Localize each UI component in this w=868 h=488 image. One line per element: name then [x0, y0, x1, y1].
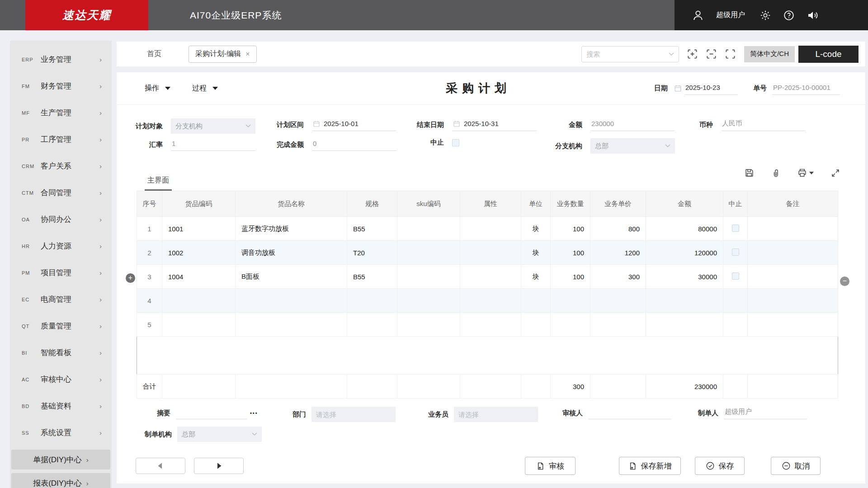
- creator-input[interactable]: [724, 407, 807, 419]
- cell-unit[interactable]: [521, 289, 551, 313]
- cell-amount[interactable]: [646, 313, 723, 337]
- cell-sku[interactable]: [397, 265, 460, 289]
- salesman-input[interactable]: [458, 411, 533, 418]
- plan-target-select[interactable]: 分支机构: [171, 118, 255, 134]
- cell-unit[interactable]: 块: [521, 217, 551, 241]
- cell-price[interactable]: [590, 313, 646, 337]
- sound-icon[interactable]: [807, 9, 819, 22]
- cell-attr[interactable]: [460, 289, 521, 313]
- brand-logo[interactable]: 速达天耀: [25, 0, 148, 30]
- cell-qty[interactable]: [551, 289, 590, 313]
- cell-attr[interactable]: [460, 217, 521, 241]
- cell-remark[interactable]: [748, 313, 838, 337]
- summary-input[interactable]: [176, 407, 247, 419]
- sidebar-item-contract[interactable]: CTM合同管理›: [10, 179, 112, 206]
- lcode-button[interactable]: L-code: [798, 46, 859, 63]
- cell-item-name[interactable]: 调音功放板: [236, 241, 347, 265]
- cell-item-code[interactable]: 1002: [162, 241, 236, 265]
- cell-price[interactable]: [590, 289, 646, 313]
- prev-page-button[interactable]: [136, 458, 185, 474]
- username[interactable]: 超级用户: [716, 10, 745, 20]
- plan-end-input[interactable]: 2025-10-31: [452, 118, 537, 131]
- print-icon[interactable]: [797, 168, 814, 178]
- sidebar-item-manufacture[interactable]: MF生产管理›: [10, 99, 112, 126]
- cell-sku[interactable]: [397, 217, 460, 241]
- cell-item-code[interactable]: [162, 313, 236, 337]
- sidebar-item-crm[interactable]: CRM客户关系›: [10, 153, 112, 179]
- cell-item-code[interactable]: 1001: [162, 217, 236, 241]
- save-button[interactable]: 保存: [695, 457, 745, 475]
- attachment-icon[interactable]: [771, 168, 780, 178]
- cell-remark[interactable]: [748, 241, 838, 265]
- salesman-select[interactable]: [454, 407, 538, 422]
- expand-icon[interactable]: [831, 169, 840, 178]
- cell-spec[interactable]: B55: [347, 265, 397, 289]
- process-menu[interactable]: 过程: [192, 84, 218, 93]
- cell-spec[interactable]: [347, 289, 397, 313]
- cell-sku[interactable]: [397, 241, 460, 265]
- summary-more-button[interactable]: •••: [250, 410, 258, 416]
- action-menu[interactable]: 操作: [145, 84, 170, 93]
- cell-price[interactable]: 800: [590, 217, 646, 241]
- cell-sku[interactable]: [397, 289, 460, 313]
- doc-no-input[interactable]: [772, 82, 840, 95]
- sidebar-diy-reports[interactable]: 报表(DIY)中心›: [11, 473, 110, 488]
- tab-main-grid[interactable]: 主界面: [145, 176, 172, 191]
- search-box[interactable]: [581, 46, 679, 62]
- language-button[interactable]: 简体中文/CH: [744, 46, 795, 62]
- date-input[interactable]: [684, 82, 738, 95]
- sidebar-item-finance[interactable]: FM财务管理›: [10, 73, 112, 99]
- sidebar-item-business[interactable]: ERP业务管理›: [10, 46, 112, 73]
- settings-gear-icon[interactable]: [760, 9, 771, 21]
- cell-qty[interactable]: 100: [551, 241, 590, 265]
- zoom-in-bracket-icon[interactable]: [687, 48, 698, 60]
- auditor-input[interactable]: [588, 407, 671, 419]
- amount-input[interactable]: [590, 118, 675, 131]
- cell-unit[interactable]: [521, 313, 551, 337]
- branch-select[interactable]: 总部: [590, 138, 675, 154]
- save-new-button[interactable]: 保存新增: [619, 457, 681, 475]
- cell-item-name[interactable]: 蓝牙数字功放板: [236, 217, 347, 241]
- cell-amount[interactable]: 80000: [646, 217, 723, 241]
- currency-input[interactable]: [721, 118, 806, 131]
- cell-spec[interactable]: [347, 313, 397, 337]
- cancel-button[interactable]: 取消: [771, 457, 821, 475]
- cell-unit[interactable]: 块: [521, 265, 551, 289]
- cell-unit[interactable]: 块: [521, 241, 551, 265]
- row-abort-checkbox[interactable]: [732, 225, 739, 232]
- plan-start-input[interactable]: 2025-10-01: [312, 118, 396, 131]
- cell-remark[interactable]: [748, 289, 838, 313]
- add-row-button[interactable]: +: [126, 273, 135, 283]
- sidebar-item-oa[interactable]: OA协同办公›: [10, 206, 112, 233]
- cell-qty[interactable]: 100: [551, 265, 590, 289]
- next-page-button[interactable]: [194, 458, 244, 474]
- rate-input[interactable]: [171, 138, 255, 151]
- cell-qty[interactable]: [551, 313, 590, 337]
- dept-select[interactable]: [311, 407, 396, 422]
- sidebar-item-base-data[interactable]: BD基础资料›: [10, 393, 112, 419]
- audit-button[interactable]: 审核: [525, 457, 576, 475]
- cell-item-code[interactable]: [162, 289, 236, 313]
- done-amount-input[interactable]: [312, 138, 396, 151]
- save-layout-icon[interactable]: [745, 168, 754, 178]
- cell-attr[interactable]: [460, 265, 521, 289]
- dept-input[interactable]: [316, 411, 391, 418]
- sidebar-item-process[interactable]: PR工序管理›: [10, 126, 112, 153]
- cell-attr[interactable]: [460, 241, 521, 265]
- cell-remark[interactable]: [748, 217, 838, 241]
- cell-item-name[interactable]: [236, 289, 347, 313]
- cell-price[interactable]: 300: [590, 265, 646, 289]
- sidebar-item-ecommerce[interactable]: EC电商管理›: [10, 286, 112, 313]
- cell-amount[interactable]: 30000: [646, 265, 723, 289]
- sidebar-diy-documents[interactable]: 单据(DIY)中心›: [11, 450, 110, 469]
- cell-spec[interactable]: T20: [347, 241, 397, 265]
- cell-item-code[interactable]: 1004: [162, 265, 236, 289]
- cell-spec[interactable]: B55: [347, 217, 397, 241]
- create-org-select[interactable]: 总部: [177, 427, 262, 442]
- sidebar-item-system[interactable]: SS系统设置›: [10, 419, 112, 446]
- cell-attr[interactable]: [460, 313, 521, 337]
- cell-item-name[interactable]: B面板: [236, 265, 347, 289]
- sidebar-item-quality[interactable]: QT质量管理›: [10, 313, 112, 339]
- row-abort-checkbox[interactable]: [732, 272, 739, 280]
- remove-row-button[interactable]: −: [840, 277, 849, 286]
